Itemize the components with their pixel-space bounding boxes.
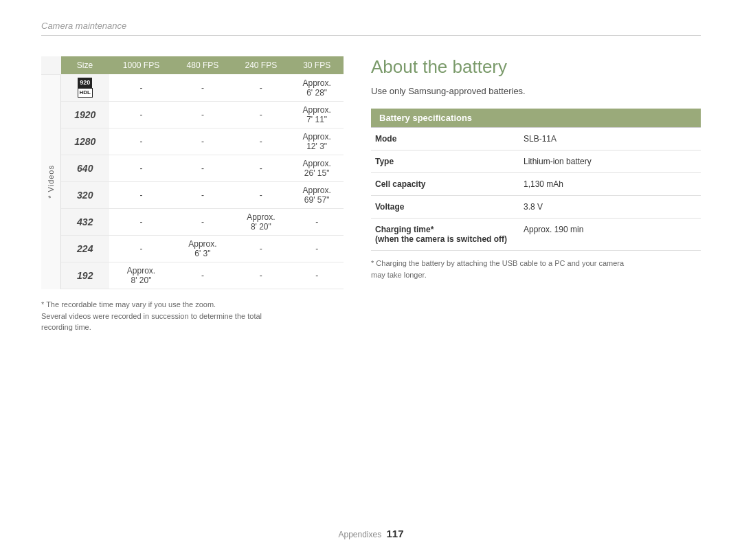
video-table: Size 1000 FPS 480 FPS 240 FPS 30 FPS * V… — [41, 56, 344, 289]
cell-30fps: Approx. 69' 57" — [290, 182, 344, 209]
table-row: 320 - - - Approx. 69' 57" — [41, 182, 344, 209]
table-row: 432 - - Approx. 8' 20" - — [41, 209, 344, 236]
page-header: Camera maintenance — [41, 21, 701, 36]
cell-1000fps: - — [109, 74, 174, 102]
spec-label: Type — [371, 150, 519, 173]
cell-30fps: Approx. 6' 28" — [290, 74, 344, 102]
cell-size: 320 — [61, 182, 109, 209]
table-row: 1280 - - - Approx. 12' 3" — [41, 128, 344, 155]
cell-480fps: - — [173, 102, 232, 128]
video-side-label: * Videos — [47, 165, 55, 199]
cell-480fps: - — [173, 262, 232, 289]
cell-240fps: - — [232, 155, 290, 182]
footnote-line-1: * The recordable time may vary if you us… — [41, 299, 344, 311]
page-header-title: Camera maintenance — [41, 21, 126, 31]
spec-label: Cell capacity — [371, 173, 519, 196]
appendix-text: Appendixes — [338, 530, 381, 539]
cell-30fps: - — [290, 209, 344, 236]
table-row: 1920 - - - Approx. 7' 11" — [41, 102, 344, 128]
cell-size: 192 — [61, 262, 109, 289]
footnote-line-2: Several videos were recorded in successi… — [41, 311, 344, 322]
cell-240fps: - — [232, 262, 290, 289]
cell-1000fps: - — [109, 128, 174, 155]
col-header-size: Size — [61, 56, 109, 74]
table-row: 224 - Approx. 6' 3" - - — [41, 236, 344, 262]
cell-30fps: - — [290, 236, 344, 262]
page-container: Camera maintenance Size 1000 FPS 480 FPS… — [0, 0, 742, 560]
spec-value: Approx. 190 min — [519, 219, 701, 251]
cell-240fps: - — [232, 74, 290, 102]
cell-1000fps: - — [109, 155, 174, 182]
right-section: About the battery Use only Samsung-appro… — [371, 56, 701, 333]
left-section: Size 1000 FPS 480 FPS 240 FPS 30 FPS * V… — [41, 56, 344, 333]
battery-subtitle: Use only Samsung-approved batteries. — [371, 86, 701, 96]
battery-spec-header: Battery specifications — [371, 109, 701, 127]
table-footnote: * The recordable time may vary if you us… — [41, 299, 344, 333]
cell-1000fps: - — [109, 182, 174, 209]
cell-480fps: - — [173, 155, 232, 182]
cell-size: 1920 — [61, 102, 109, 128]
cell-30fps: Approx. 7' 11" — [290, 102, 344, 128]
cell-size: 920 HDL — [61, 74, 109, 102]
col-header-480fps: 480 FPS — [173, 56, 232, 74]
cell-size: 432 — [61, 209, 109, 236]
table-row: 640 - - - Approx. 26' 15" — [41, 155, 344, 182]
cell-480fps: - — [173, 182, 232, 209]
spec-value: Lithium-ion battery — [519, 150, 701, 173]
cell-240fps: - — [232, 128, 290, 155]
footnote-line-3: recording time. — [41, 322, 344, 333]
spec-value: 1,130 mAh — [519, 173, 701, 196]
cell-size: 640 — [61, 155, 109, 182]
spec-row: Voltage 3.8 V — [371, 196, 701, 219]
spec-row: Type Lithium-ion battery — [371, 150, 701, 173]
cell-30fps: Approx. 12' 3" — [290, 128, 344, 155]
spec-row: Mode SLB-11A — [371, 128, 701, 150]
cell-1000fps: - — [109, 209, 174, 236]
table-row: 192 Approx. 8' 20" - - - — [41, 262, 344, 289]
spec-label: Mode — [371, 128, 519, 150]
cell-size: 1280 — [61, 128, 109, 155]
cell-480fps: - — [173, 74, 232, 102]
cell-size: 224 — [61, 236, 109, 262]
table-row: * Videos 920 HDL - - - Approx. 6' 28" — [41, 74, 344, 102]
cell-240fps: - — [232, 182, 290, 209]
cell-480fps: - — [173, 209, 232, 236]
cell-1000fps: - — [109, 236, 174, 262]
spec-row: Cell capacity 1,130 mAh — [371, 173, 701, 196]
spec-row: Charging time* (when the camera is switc… — [371, 219, 701, 251]
battery-footnote: * Charging the battery by attaching the … — [371, 258, 701, 280]
cell-240fps: - — [232, 102, 290, 128]
spec-label: Voltage — [371, 196, 519, 219]
spec-label: Charging time* (when the camera is switc… — [371, 219, 519, 251]
cell-480fps: - — [173, 128, 232, 155]
battery-title: About the battery — [371, 56, 701, 78]
cell-240fps: - — [232, 236, 290, 262]
cell-240fps: Approx. 8' 20" — [232, 209, 290, 236]
spec-table: Mode SLB-11A Type Lithium-ion battery Ce… — [371, 127, 701, 251]
cell-480fps: Approx. 6' 3" — [173, 236, 232, 262]
main-content: Size 1000 FPS 480 FPS 240 FPS 30 FPS * V… — [41, 56, 701, 333]
col-header-30fps: 30 FPS — [290, 56, 344, 74]
spec-value: SLB-11A — [519, 128, 701, 150]
col-header-240fps: 240 FPS — [232, 56, 290, 74]
cell-1000fps: - — [109, 102, 174, 128]
cell-1000fps: Approx. 8' 20" — [109, 262, 174, 289]
page-footer: Appendixes 117 — [0, 528, 742, 539]
page-number: 117 — [387, 528, 404, 539]
cell-30fps: - — [290, 262, 344, 289]
col-header-1000fps: 1000 FPS — [109, 56, 174, 74]
cell-30fps: Approx. 26' 15" — [290, 155, 344, 182]
spec-value: 3.8 V — [519, 196, 701, 219]
